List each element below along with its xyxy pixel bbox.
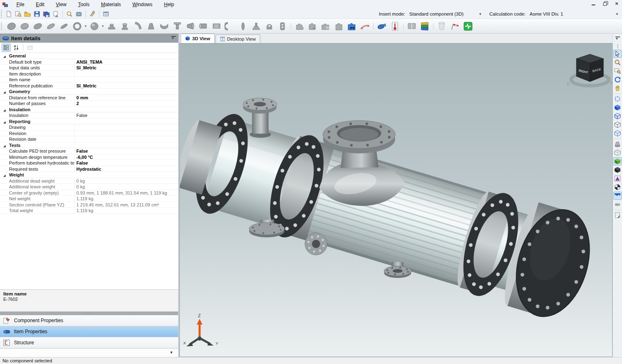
elbow-icon[interactable] xyxy=(132,20,144,32)
menu-file[interactable]: File xyxy=(11,0,29,9)
lifting-lug-icon[interactable] xyxy=(263,20,275,32)
component-c-icon[interactable] xyxy=(319,20,332,32)
menu-materials[interactable]: Materials xyxy=(96,0,126,9)
property-row[interactable]: Item description xyxy=(0,71,178,77)
property-row[interactable]: Item name xyxy=(0,77,178,83)
property-row[interactable]: Number of passes2 xyxy=(0,101,178,107)
saddle-icon[interactable] xyxy=(158,20,170,32)
sphere-icon[interactable] xyxy=(88,20,101,32)
material-library-icon[interactable] xyxy=(419,20,431,32)
menu-help[interactable]: Help xyxy=(159,0,179,9)
zoom-window-icon[interactable] xyxy=(613,67,622,75)
task-structure[interactable]: Structure xyxy=(0,337,178,348)
wind-load-icon[interactable] xyxy=(449,20,461,32)
report-grid-icon[interactable] xyxy=(102,10,110,18)
task-item-properties[interactable]: Item Properties xyxy=(0,326,178,337)
thermometer-icon[interactable] xyxy=(389,20,401,32)
insert-mode-combo[interactable]: Standard component (3D) ▼ xyxy=(408,10,484,18)
calculation-code-combo[interactable]: Asme VIII Div. 1 ▼ xyxy=(528,10,620,18)
property-row[interactable]: Required testsHydrostatic xyxy=(0,166,178,172)
nozzle-pad-icon[interactable] xyxy=(119,20,131,32)
component-b-icon[interactable] xyxy=(306,20,319,32)
property-row[interactable]: Distance from reference line0 mm xyxy=(0,95,178,101)
panel-menu-icon[interactable] xyxy=(171,36,176,40)
task-list-collapsed-combo[interactable]: ▼ xyxy=(0,348,178,357)
display-shaded-icon[interactable] xyxy=(613,103,622,112)
property-row[interactable]: Input data unitsSI_Metric xyxy=(0,65,178,71)
half-pipe-jacket-icon[interactable] xyxy=(224,20,236,32)
component-a-icon[interactable] xyxy=(293,20,305,32)
cone-icon[interactable] xyxy=(145,20,157,32)
section-view-icon[interactable] xyxy=(613,174,622,183)
nozzle-insert-icon[interactable] xyxy=(376,20,388,32)
piping-set-icon[interactable] xyxy=(359,20,371,32)
task-component-properties[interactable]: Component Properties xyxy=(0,315,178,326)
category-row[interactable]: ◢Weight xyxy=(0,172,178,178)
display-visible-line-icon[interactable] xyxy=(613,129,622,137)
chevron-down-icon[interactable]: ▼ xyxy=(84,25,87,27)
preview-search-icon[interactable] xyxy=(65,10,73,18)
disc-icon[interactable] xyxy=(58,20,70,32)
3d-viewport[interactable]: E N RIGHT BACK Z X Y xyxy=(179,43,613,357)
print-preview-page-icon[interactable] xyxy=(14,10,22,18)
notes-icon[interactable] xyxy=(613,211,622,219)
head-torispherical-icon[interactable] xyxy=(18,20,31,32)
property-row[interactable]: Revision xyxy=(0,130,178,137)
baffle-icon[interactable] xyxy=(237,20,249,32)
ring-icon[interactable] xyxy=(71,20,83,32)
menu-edit[interactable]: Edit xyxy=(31,0,49,9)
reducer-icon[interactable] xyxy=(184,20,197,32)
display-green-icon[interactable] xyxy=(613,157,622,165)
save-icon[interactable] xyxy=(33,10,41,18)
head-hemispherical-icon[interactable] xyxy=(5,20,18,32)
menu-view[interactable]: View xyxy=(51,0,71,9)
alphabetical-sort-button[interactable]: AZ xyxy=(12,43,21,52)
property-row[interactable]: Reference publicationSI_Metric xyxy=(0,83,178,89)
tab-3d-view[interactable]: 3D View xyxy=(181,34,215,43)
liquid-level-icon[interactable] xyxy=(613,192,622,200)
display-draft-icon[interactable] xyxy=(613,140,622,148)
property-row[interactable]: Perform tubesheet hydrostatic testFalse xyxy=(0,160,178,166)
category-row[interactable]: ◢General xyxy=(0,53,178,59)
zoom-icon[interactable] xyxy=(613,58,622,66)
category-row[interactable]: ◢Insulation xyxy=(0,107,178,113)
categorized-view-button[interactable] xyxy=(2,43,11,52)
property-pages-button[interactable] xyxy=(25,43,34,52)
tube-bundle-icon[interactable] xyxy=(211,20,223,32)
chevron-down-icon[interactable]: ▼ xyxy=(101,25,105,27)
design-book-icon[interactable] xyxy=(406,20,418,32)
property-row[interactable]: InsulationFalse xyxy=(0,112,178,119)
labels-icon[interactable]: a|e xyxy=(613,200,622,208)
clamp-icon[interactable] xyxy=(276,20,289,32)
save-all-icon[interactable] xyxy=(42,10,50,18)
property-row[interactable]: Net weight1.119 kg xyxy=(0,196,178,202)
zoom-extents-icon[interactable] xyxy=(613,95,622,103)
panel-menu-icon[interactable] xyxy=(613,34,622,43)
property-row[interactable]: Total weight1.119 kg xyxy=(0,208,178,214)
property-row[interactable]: Center of gravity (empty)0.93 mm, 1 188.… xyxy=(0,190,178,196)
property-row[interactable]: Section centroid (Plane YZ)1 219.45 mm, … xyxy=(0,202,178,208)
display-hidden-line-icon[interactable] xyxy=(613,121,622,129)
tools-pair-icon[interactable] xyxy=(88,10,96,18)
new-document-icon[interactable] xyxy=(5,10,13,18)
property-row[interactable]: Calculate PED test pressureFalse xyxy=(0,148,178,154)
open-folder-icon[interactable] xyxy=(23,10,32,18)
export-page-icon[interactable] xyxy=(52,10,60,18)
orbit-icon[interactable] xyxy=(613,76,622,84)
support-bracket-icon[interactable] xyxy=(250,20,262,32)
menu-tools[interactable]: Tools xyxy=(73,0,94,9)
tab-desktop-view[interactable]: Desktop View xyxy=(216,34,260,43)
component-find-icon[interactable] xyxy=(346,20,358,32)
category-row[interactable]: ◢Tests xyxy=(0,142,178,149)
category-row[interactable]: ◢Geometry xyxy=(0,89,178,95)
select-icon[interactable] xyxy=(613,50,622,58)
snapshot-icon[interactable] xyxy=(75,10,83,18)
component-d-icon[interactable] xyxy=(333,20,345,32)
display-wireframe-icon[interactable] xyxy=(613,149,622,157)
category-row[interactable]: ◢Reporting xyxy=(0,119,178,125)
property-row[interactable]: Additional leave weight0 kg xyxy=(0,184,178,190)
property-row[interactable]: Minimum design temperature-6,00 °C xyxy=(0,154,178,160)
diagnostics-icon[interactable] xyxy=(462,20,474,32)
half-section-icon[interactable] xyxy=(613,183,622,191)
tee-flange-icon[interactable] xyxy=(171,20,184,32)
